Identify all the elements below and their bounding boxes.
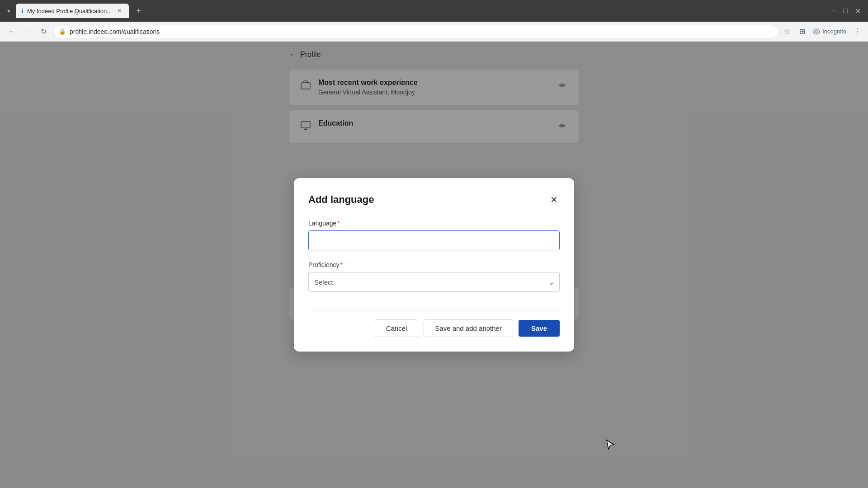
- proficiency-select-wrapper: Select Elementary Limited Working Profes…: [308, 272, 560, 292]
- back-navigation-button[interactable]: ←: [5, 25, 18, 38]
- minimize-button[interactable]: ─: [829, 5, 838, 17]
- browser-menu-icon[interactable]: ⋮: [852, 25, 863, 38]
- url-text: profile.indeed.com/qualifications: [70, 28, 773, 35]
- modal-overlay: Add language ✕ Language* Proficiency* Se…: [0, 42, 868, 488]
- svg-point-0: [816, 30, 818, 33]
- save-button[interactable]: Save: [519, 320, 560, 337]
- proficiency-label-text: Proficiency: [308, 261, 339, 268]
- active-tab[interactable]: ℹ My Indeed Profile Qualification... ✕: [16, 4, 129, 18]
- language-label: Language*: [308, 220, 560, 227]
- new-tab-button[interactable]: +: [132, 6, 145, 16]
- proficiency-form-group: Proficiency* Select Elementary Limited W…: [308, 261, 560, 292]
- modal-footer: Cancel Save and add another Save: [308, 310, 560, 337]
- tab-info-icon: ℹ: [21, 8, 24, 14]
- incognito-icon: [812, 28, 821, 36]
- incognito-indicator[interactable]: Incognito: [812, 28, 846, 36]
- modal-close-button[interactable]: ✕: [548, 192, 560, 207]
- close-window-button[interactable]: ✕: [853, 5, 863, 17]
- tab-close-button[interactable]: ✕: [115, 7, 123, 15]
- maximize-button[interactable]: □: [841, 5, 849, 17]
- save-and-add-another-button[interactable]: Save and add another: [424, 319, 513, 337]
- tab-controls: ▾: [5, 5, 12, 16]
- lock-icon: 🔒: [59, 28, 66, 35]
- page-content: ← Profile Most recent work experience Ge…: [0, 42, 868, 488]
- proficiency-required-star: *: [340, 261, 342, 268]
- browser-tab-bar: ▾ ℹ My Indeed Profile Qualification... ✕…: [0, 0, 868, 22]
- language-required-star: *: [337, 220, 340, 227]
- mouse-cursor: [606, 439, 615, 452]
- language-form-group: Language*: [308, 220, 560, 250]
- forward-navigation-button[interactable]: →: [22, 25, 34, 38]
- modal-header: Add language ✕: [308, 192, 560, 207]
- tab-title-text: My Indeed Profile Qualification...: [27, 8, 112, 14]
- navigation-bar: ← → ↻ 🔒 profile.indeed.com/qualification…: [0, 22, 868, 42]
- reload-button[interactable]: ↻: [38, 24, 49, 38]
- incognito-label: Incognito: [822, 28, 846, 35]
- proficiency-label: Proficiency*: [308, 261, 560, 268]
- bookmark-icon[interactable]: ☆: [782, 25, 792, 38]
- cancel-button[interactable]: Cancel: [375, 319, 419, 337]
- language-input[interactable]: [308, 230, 560, 250]
- nav-actions: ☆ ⊞ Incognito ⋮: [782, 25, 863, 38]
- address-bar[interactable]: 🔒 profile.indeed.com/qualifications: [53, 25, 778, 38]
- language-label-text: Language: [308, 220, 336, 227]
- modal-title: Add language: [308, 194, 374, 206]
- add-language-modal: Add language ✕ Language* Proficiency* Se…: [294, 178, 574, 352]
- proficiency-select[interactable]: Select Elementary Limited Working Profes…: [308, 272, 560, 292]
- extensions-icon[interactable]: ⊞: [797, 25, 807, 38]
- tab-scroll-arrow[interactable]: ▾: [5, 5, 12, 16]
